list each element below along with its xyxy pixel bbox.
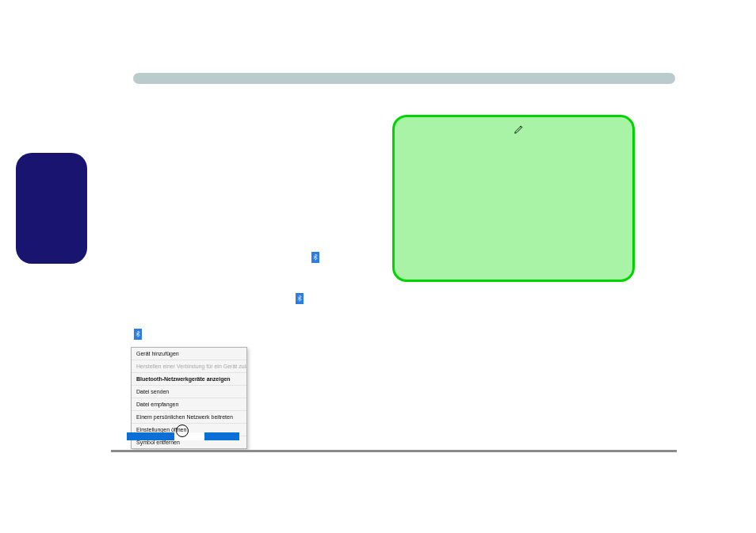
menu-item-add-device[interactable]: Gerät hinzufügen bbox=[132, 348, 246, 360]
bluetooth-icon bbox=[311, 252, 319, 263]
bluetooth-icon bbox=[134, 329, 142, 340]
blue-rounded-block bbox=[16, 153, 87, 264]
menu-item-show-network-devices[interactable]: Bluetooth-Netzwerkgeräte anzeigen bbox=[132, 373, 246, 386]
cursor-highlight-circle bbox=[176, 424, 189, 437]
separator-line bbox=[111, 450, 677, 452]
menu-item-send-file[interactable]: Datei senden bbox=[132, 386, 246, 398]
menu-item-receive-file[interactable]: Datei empfangen bbox=[132, 398, 246, 411]
menu-item-join-pan[interactable]: Einem persönlichen Netzwerk beitreten bbox=[132, 411, 246, 424]
green-note-panel bbox=[392, 115, 635, 282]
bluetooth-icon bbox=[296, 293, 304, 304]
menu-item-allow-connection: Herstellen einer Verbindung für ein Gerä… bbox=[132, 360, 246, 373]
top-bar-pill bbox=[133, 73, 675, 84]
